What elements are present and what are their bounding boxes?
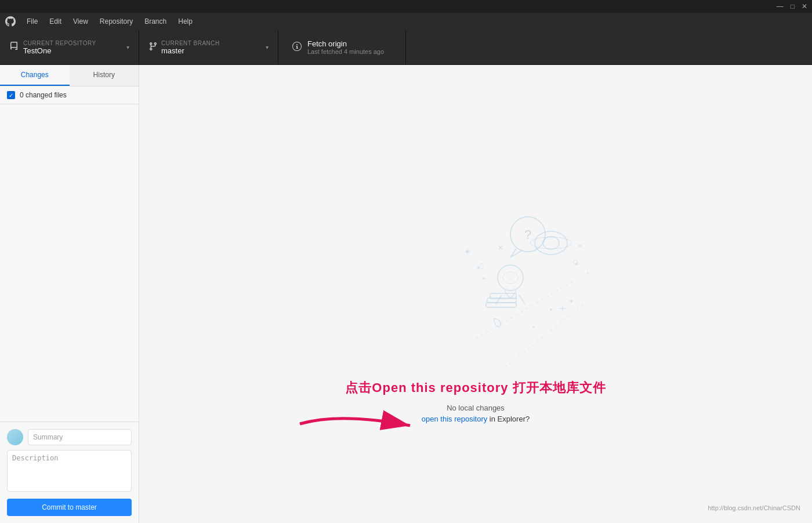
commit-row (7, 429, 132, 445)
svg-line-13 (505, 298, 592, 368)
menu-branch[interactable]: Branch (140, 15, 171, 28)
repo-text: Current repository TestOne (23, 40, 96, 55)
svg-point-2 (535, 231, 567, 255)
repo-name: TestOne (23, 46, 96, 55)
titlebar: — □ ✕ (0, 0, 812, 13)
maximize-button[interactable]: □ (791, 3, 795, 10)
branch-chevron-icon: ▾ (266, 44, 269, 50)
fetch-text: Fetch origin Last fetched 4 minutes ago (307, 39, 384, 55)
svg-text:✦: ✦ (464, 247, 471, 256)
branch-name: master (161, 46, 220, 55)
no-changes-text: No local changes (447, 404, 505, 412)
minimize-button[interactable]: — (777, 3, 784, 10)
svg-point-9 (503, 272, 518, 284)
menu-view[interactable]: View (68, 15, 93, 28)
watermark: http://blog.csdn.net/ChinarCSDN (708, 504, 800, 511)
chinese-annotation: 点击Open this repository 打开本地库文件 (345, 379, 606, 397)
menu-edit[interactable]: Edit (45, 15, 66, 28)
changed-files-header: ✓ 0 changed files (0, 86, 139, 104)
current-branch-section[interactable]: Current branch master ▾ (139, 30, 278, 64)
svg-point-22 (532, 326, 535, 328)
red-arrow-icon (294, 409, 422, 438)
branch-icon (148, 42, 157, 53)
svg-point-4 (530, 237, 572, 249)
avatar (7, 429, 23, 445)
branch-text: Current branch master (161, 40, 220, 55)
repo-icon (9, 42, 19, 53)
summary-input[interactable] (28, 429, 132, 445)
current-repo-section[interactable]: Current repository TestOne ▾ (0, 30, 139, 64)
open-repo-link-text: open this repository in Explorer? (422, 415, 530, 423)
window-controls: — □ ✕ (777, 3, 807, 10)
menu-help[interactable]: Help (173, 15, 197, 28)
illustration: ? ✦ ✦ ✦ ✦ ✦ (331, 165, 621, 368)
chinese-text-after: 打开本地库文件 (509, 380, 606, 395)
tab-history[interactable]: History (70, 65, 139, 86)
empty-state-content: No local changes open this repository in… (422, 404, 530, 423)
svg-rect-7 (486, 303, 516, 307)
svg-text:✦: ✦ (586, 271, 590, 276)
open-repo-text: Open this repository (372, 380, 508, 395)
menu-repository[interactable]: Repository (95, 15, 137, 28)
description-textarea[interactable] (7, 450, 132, 492)
in-explorer-text: in Explorer? (487, 415, 530, 423)
changed-files-count: 0 changed files (20, 91, 67, 99)
fetch-subtitle: Last fetched 4 minutes ago (307, 48, 384, 55)
fetch-origin-button[interactable]: Fetch origin Last fetched 4 minutes ago (278, 30, 406, 64)
svg-point-8 (498, 265, 523, 290)
app-logo (5, 16, 16, 27)
branch-label: Current branch (161, 40, 220, 46)
svg-text:?: ? (524, 227, 531, 242)
main-content: ? ✦ ✦ ✦ ✦ ✦ (139, 65, 812, 523)
repo-chevron-icon: ▾ (126, 44, 129, 50)
commit-button[interactable]: Commit to master (7, 499, 132, 516)
commit-inputs (28, 429, 132, 445)
commit-area: Commit to master (0, 422, 139, 523)
svg-line-12 (476, 281, 574, 339)
sidebar-tabs: Changes History (0, 65, 139, 86)
svg-point-3 (543, 237, 559, 249)
sidebar: Changes History ✓ 0 changed files Commit… (0, 65, 139, 523)
svg-point-21 (579, 245, 581, 247)
chinese-text-before: 点击 (345, 380, 372, 395)
check-icon: ✓ (7, 91, 15, 99)
repo-label: Current repository (23, 40, 96, 46)
fetch-title: Fetch origin (307, 39, 384, 48)
svg-point-20 (550, 308, 552, 311)
open-repo-link[interactable]: open this repository (422, 415, 487, 423)
tab-changes[interactable]: Changes (0, 65, 70, 86)
menubar: File Edit View Repository Branch Help (0, 13, 812, 30)
svg-line-11 (519, 295, 525, 304)
svg-text:✦: ✦ (481, 275, 486, 282)
fetch-icon (292, 42, 302, 53)
svg-text:✦: ✦ (568, 297, 574, 306)
sidebar-spacer (0, 104, 139, 422)
close-button[interactable]: ✕ (802, 3, 807, 10)
toolbar: Current repository TestOne ▾ Current bra… (0, 30, 812, 65)
menu-file[interactable]: File (22, 15, 42, 28)
